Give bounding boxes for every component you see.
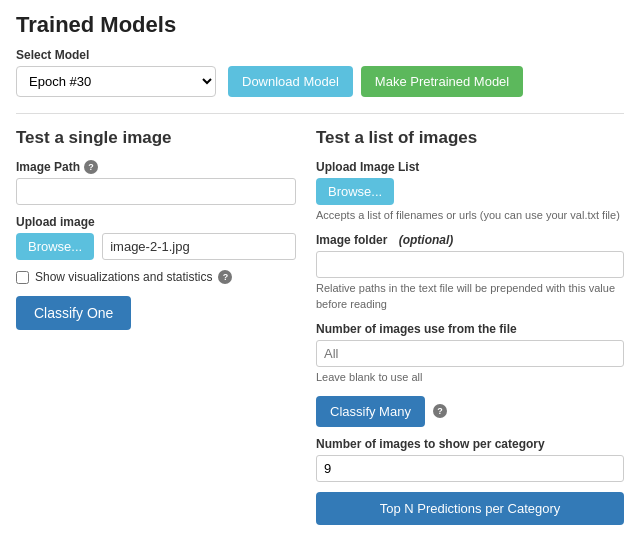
image-folder-label: Image folder [316,233,387,247]
upload-filename: image-2-1.jpg [102,233,296,260]
image-folder-group: Image folder (optional) Relative paths i… [316,233,624,312]
single-image-title: Test a single image [16,128,296,148]
upload-list-label: Upload Image List [316,160,419,174]
num-per-cat-group: Number of images to show per category [316,437,624,482]
single-image-section: Test a single image Image Path ? Upload … [16,128,296,525]
page-title: Trained Models [16,12,624,38]
top-n-button[interactable]: Top N Predictions per Category [316,492,624,525]
show-viz-checkbox[interactable] [16,271,29,284]
num-images-input[interactable] [316,340,624,367]
epoch-select[interactable]: Epoch #30 Epoch #20 Epoch #10 [16,66,216,97]
image-folder-optional: (optional) [399,233,454,247]
show-viz-label: Show visualizations and statistics [35,270,212,284]
image-path-group: Image Path ? [16,160,296,205]
show-viz-help-icon[interactable]: ? [218,270,232,284]
select-model-label: Select Model [16,48,216,62]
num-per-cat-label: Number of images to show per category [316,437,545,451]
image-path-label: Image Path [16,160,80,174]
image-path-input[interactable] [16,178,296,205]
num-images-group: Number of images use from the file Leave… [316,322,624,385]
download-model-button[interactable]: Download Model [228,66,353,97]
upload-list-browse-button[interactable]: Browse... [316,178,394,205]
image-folder-input[interactable] [316,251,624,278]
show-viz-row: Show visualizations and statistics ? [16,270,296,284]
upload-browse-button[interactable]: Browse... [16,233,94,260]
section-divider [16,113,624,114]
list-images-title: Test a list of images [316,128,624,148]
image-path-help-icon[interactable]: ? [84,160,98,174]
num-images-hint: Leave blank to use all [316,370,624,385]
num-images-label: Number of images use from the file [316,322,517,336]
list-images-section: Test a list of images Upload Image List … [316,128,624,525]
num-per-cat-input[interactable] [316,455,624,482]
classify-many-button[interactable]: Classify Many [316,396,425,427]
classify-many-help-icon[interactable]: ? [433,404,447,418]
upload-image-label: Upload image [16,215,95,229]
upload-list-group: Upload Image List Browse... Accepts a li… [316,160,624,223]
image-folder-hint: Relative paths in the text file will be … [316,281,624,312]
upload-image-group: Upload image Browse... image-2-1.jpg [16,215,296,260]
classify-many-row: Classify Many ? [316,396,624,427]
upload-list-hint: Accepts a list of filenames or urls (you… [316,208,624,223]
classify-one-button[interactable]: Classify One [16,296,131,330]
make-pretrained-button[interactable]: Make Pretrained Model [361,66,523,97]
